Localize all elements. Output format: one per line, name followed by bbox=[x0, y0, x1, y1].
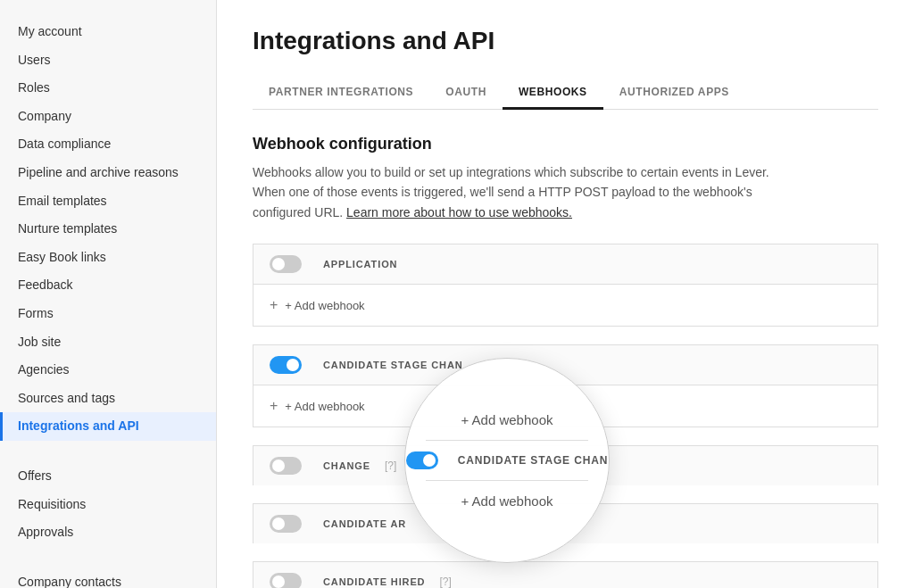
sidebar-item-forms[interactable]: Forms bbox=[0, 300, 216, 328]
webhook-config-title: Webhook configuration bbox=[253, 135, 878, 153]
webhook-group-stage-change: CANDIDATE STAGE CHAN + + Add webhook bbox=[253, 344, 878, 427]
webhook-group-application: APPLICATION + + Add webhook bbox=[253, 244, 878, 327]
toggle-slider-stage-change bbox=[270, 356, 302, 374]
tab-oauth[interactable]: OAUTH bbox=[429, 77, 503, 110]
webhook-config: Webhook configuration Webhooks allow you… bbox=[253, 135, 878, 588]
sidebar-item-offers[interactable]: Offers bbox=[0, 462, 216, 491]
sidebar-item-approvals[interactable]: Approvals bbox=[0, 518, 216, 547]
toggle-stage-change[interactable] bbox=[270, 356, 302, 374]
sidebar-item-nurture-templates[interactable]: Nurture templates bbox=[0, 215, 216, 244]
tab-webhooks[interactable]: WEBHOOKS bbox=[503, 77, 603, 110]
tab-partner-integrations[interactable]: PARTNER INTEGRATIONS bbox=[253, 77, 429, 110]
webhook-label-candidate-ar: CANDIDATE AR bbox=[323, 518, 406, 529]
add-webhook-application-label: + Add webhook bbox=[285, 299, 364, 312]
add-icon-stage-change: + bbox=[270, 398, 278, 414]
question-mark-change: [?] bbox=[385, 460, 396, 472]
webhook-label-application: APPLICATION bbox=[323, 259, 397, 269]
sidebar-item-job-site[interactable]: Job site bbox=[0, 328, 216, 357]
webhook-learn-more-link[interactable]: Learn more about how to use webhooks. bbox=[346, 205, 572, 219]
sidebar-item-company[interactable]: Company bbox=[0, 103, 216, 131]
webhook-group-candidate-hired: CANDIDATE HIRED [?] + + Add webhook bbox=[253, 561, 878, 588]
sidebar-item-integrations-api[interactable]: Integrations and API bbox=[0, 412, 216, 441]
add-icon-application: + bbox=[270, 297, 278, 313]
page-title: Integrations and API bbox=[253, 27, 878, 55]
webhook-group-change: CHANGE [?] bbox=[253, 445, 878, 485]
webhook-config-desc: Webhooks allow you to build or set up in… bbox=[253, 162, 788, 222]
add-webhook-stage-change[interactable]: + + Add webhook bbox=[253, 385, 878, 427]
sidebar-item-my-account[interactable]: My account bbox=[0, 18, 216, 46]
sidebar-item-easy-book-links[interactable]: Easy Book links bbox=[0, 244, 216, 272]
webhook-header-candidate-ar: CANDIDATE AR bbox=[253, 503, 878, 543]
add-webhook-application[interactable]: + + Add webhook bbox=[253, 284, 878, 327]
main-content: Integrations and API PARTNER INTEGRATION… bbox=[217, 0, 914, 588]
tabs-bar: PARTNER INTEGRATIONS OAUTH WEBHOOKS AUTH… bbox=[253, 77, 878, 110]
sidebar-section-contacts: Company contacts Candidate import histor… bbox=[0, 568, 216, 588]
sidebar-item-feedback[interactable]: Feedback bbox=[0, 271, 216, 300]
toggle-change[interactable] bbox=[270, 457, 302, 475]
webhook-header-application: APPLICATION bbox=[253, 244, 878, 284]
sidebar-item-pipeline-archive[interactable]: Pipeline and archive reasons bbox=[0, 159, 216, 187]
toggle-slider-application bbox=[270, 255, 302, 273]
webhook-label-change: CHANGE bbox=[323, 460, 370, 471]
sidebar-item-requisitions[interactable]: Requisitions bbox=[0, 491, 216, 519]
webhook-label-stage-change: CANDIDATE STAGE CHAN bbox=[323, 360, 463, 370]
webhook-group-candidate-ar: CANDIDATE AR bbox=[253, 503, 878, 543]
sidebar-item-email-templates[interactable]: Email templates bbox=[0, 187, 216, 216]
sidebar-item-roles[interactable]: Roles bbox=[0, 74, 216, 103]
magnify-divider-1 bbox=[426, 440, 588, 441]
webhook-label-candidate-hired: CANDIDATE HIRED bbox=[323, 576, 425, 587]
toggle-slider-candidate-hired bbox=[270, 573, 302, 588]
sidebar-section-main: My account Users Roles Company Data comp… bbox=[0, 18, 216, 441]
sidebar-item-sources-tags[interactable]: Sources and tags bbox=[0, 385, 216, 413]
question-mark-hired: [?] bbox=[439, 576, 451, 588]
webhook-header-candidate-hired: CANDIDATE HIRED [?] bbox=[253, 561, 878, 588]
toggle-candidate-ar[interactable] bbox=[270, 515, 302, 533]
sidebar-item-users[interactable]: Users bbox=[0, 46, 216, 75]
webhook-header-change: CHANGE [?] bbox=[253, 445, 878, 485]
toggle-candidate-hired[interactable] bbox=[270, 573, 302, 588]
add-webhook-stage-change-label: + Add webhook bbox=[285, 400, 364, 413]
toggle-application[interactable] bbox=[270, 255, 302, 273]
sidebar-item-agencies[interactable]: Agencies bbox=[0, 356, 216, 385]
toggle-slider-candidate-ar bbox=[270, 515, 302, 533]
webhook-header-stage-change: CANDIDATE STAGE CHAN bbox=[253, 344, 878, 385]
toggle-slider-change bbox=[270, 457, 302, 475]
sidebar-section-offers: Offers Requisitions Approvals bbox=[0, 462, 216, 547]
sidebar-item-data-compliance[interactable]: Data compliance bbox=[0, 130, 216, 159]
sidebar: My account Users Roles Company Data comp… bbox=[0, 0, 217, 588]
tab-authorized-apps[interactable]: AUTHORIZED APPS bbox=[603, 77, 745, 110]
sidebar-item-company-contacts[interactable]: Company contacts bbox=[0, 568, 216, 588]
